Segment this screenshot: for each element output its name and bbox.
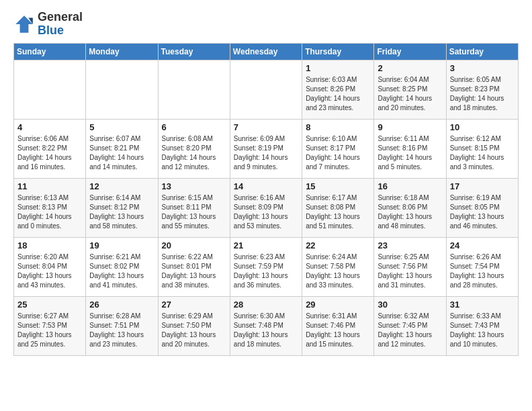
calendar-day-cell: 9Sunrise: 6:11 AMSunset: 8:16 PMDaylight… xyxy=(374,119,446,178)
day-number: 10 xyxy=(450,122,515,132)
calendar-week-row: 18Sunrise: 6:20 AMSunset: 8:04 PMDayligh… xyxy=(14,237,519,296)
calendar-body: 1Sunrise: 6:03 AMSunset: 8:26 PMDaylight… xyxy=(14,60,519,355)
day-info: Sunrise: 6:14 AMSunset: 8:12 PMDaylight:… xyxy=(89,193,154,231)
calendar-header-row: SundayMondayTuesdayWednesdayThursdayFrid… xyxy=(14,43,519,60)
calendar-day-cell: 13Sunrise: 6:15 AMSunset: 8:11 PMDayligh… xyxy=(158,178,230,237)
day-info: Sunrise: 6:17 AMSunset: 8:08 PMDaylight:… xyxy=(306,193,370,231)
calendar-day-cell xyxy=(158,60,230,119)
day-number: 30 xyxy=(378,300,442,310)
calendar-week-row: 4Sunrise: 6:06 AMSunset: 8:22 PMDaylight… xyxy=(14,119,519,178)
day-info: Sunrise: 6:25 AMSunset: 7:56 PMDaylight:… xyxy=(378,253,442,290)
calendar-day-cell: 7Sunrise: 6:09 AMSunset: 8:19 PMDaylight… xyxy=(230,119,302,178)
day-number: 23 xyxy=(378,240,442,250)
day-number: 28 xyxy=(234,300,298,310)
calendar-day-cell: 14Sunrise: 6:16 AMSunset: 8:09 PMDayligh… xyxy=(230,178,302,237)
weekday-header: Saturday xyxy=(446,43,518,60)
day-info: Sunrise: 6:16 AMSunset: 8:09 PMDaylight:… xyxy=(234,193,298,231)
calendar-day-cell xyxy=(230,60,302,119)
calendar-day-cell: 30Sunrise: 6:32 AMSunset: 7:45 PMDayligh… xyxy=(374,296,446,355)
calendar-day-cell: 23Sunrise: 6:25 AMSunset: 7:56 PMDayligh… xyxy=(374,237,446,296)
calendar-day-cell: 26Sunrise: 6:28 AMSunset: 7:51 PMDayligh… xyxy=(86,296,158,355)
calendar-table: SundayMondayTuesdayWednesdayThursdayFrid… xyxy=(13,43,519,356)
day-number: 5 xyxy=(89,122,154,132)
day-info: Sunrise: 6:28 AMSunset: 7:51 PMDaylight:… xyxy=(89,312,154,349)
day-number: 7 xyxy=(234,122,298,132)
calendar-day-cell: 29Sunrise: 6:31 AMSunset: 7:46 PMDayligh… xyxy=(302,296,374,355)
page-header: General Blue xyxy=(13,11,519,38)
calendar-day-cell: 17Sunrise: 6:19 AMSunset: 8:05 PMDayligh… xyxy=(446,178,518,237)
day-number: 25 xyxy=(17,300,82,310)
day-info: Sunrise: 6:29 AMSunset: 7:50 PMDaylight:… xyxy=(162,312,226,349)
day-info: Sunrise: 6:31 AMSunset: 7:46 PMDaylight:… xyxy=(306,312,370,349)
day-info: Sunrise: 6:27 AMSunset: 7:53 PMDaylight:… xyxy=(17,312,82,349)
calendar-day-cell: 16Sunrise: 6:18 AMSunset: 8:06 PMDayligh… xyxy=(374,178,446,237)
calendar-day-cell: 8Sunrise: 6:10 AMSunset: 8:17 PMDaylight… xyxy=(302,119,374,178)
calendar-day-cell: 25Sunrise: 6:27 AMSunset: 7:53 PMDayligh… xyxy=(14,296,86,355)
day-number: 2 xyxy=(378,63,442,73)
day-number: 1 xyxy=(306,63,370,73)
calendar-day-cell: 6Sunrise: 6:08 AMSunset: 8:20 PMDaylight… xyxy=(158,119,230,178)
day-number: 29 xyxy=(306,300,370,310)
weekday-header: Thursday xyxy=(302,43,374,60)
weekday-header: Wednesday xyxy=(230,43,302,60)
calendar-day-cell: 12Sunrise: 6:14 AMSunset: 8:12 PMDayligh… xyxy=(86,178,158,237)
day-number: 4 xyxy=(17,122,82,132)
calendar-day-cell: 28Sunrise: 6:30 AMSunset: 7:48 PMDayligh… xyxy=(230,296,302,355)
day-info: Sunrise: 6:12 AMSunset: 8:15 PMDaylight:… xyxy=(450,134,515,172)
day-info: Sunrise: 6:26 AMSunset: 7:54 PMDaylight:… xyxy=(450,253,515,290)
weekday-header: Monday xyxy=(86,43,158,60)
day-number: 9 xyxy=(378,122,442,132)
calendar-day-cell: 18Sunrise: 6:20 AMSunset: 8:04 PMDayligh… xyxy=(14,237,86,296)
day-number: 12 xyxy=(89,181,154,191)
calendar-day-cell: 20Sunrise: 6:22 AMSunset: 8:01 PMDayligh… xyxy=(158,237,230,296)
day-number: 11 xyxy=(17,181,82,191)
day-number: 14 xyxy=(234,181,298,191)
day-info: Sunrise: 6:10 AMSunset: 8:17 PMDaylight:… xyxy=(306,134,370,172)
calendar-week-row: 11Sunrise: 6:13 AMSunset: 8:13 PMDayligh… xyxy=(14,178,519,237)
calendar-day-cell: 11Sunrise: 6:13 AMSunset: 8:13 PMDayligh… xyxy=(14,178,86,237)
day-number: 8 xyxy=(306,122,370,132)
calendar-day-cell: 19Sunrise: 6:21 AMSunset: 8:02 PMDayligh… xyxy=(86,237,158,296)
day-info: Sunrise: 6:11 AMSunset: 8:16 PMDaylight:… xyxy=(378,134,442,172)
day-number: 27 xyxy=(162,300,226,310)
day-info: Sunrise: 6:24 AMSunset: 7:58 PMDaylight:… xyxy=(306,253,370,290)
calendar-day-cell: 1Sunrise: 6:03 AMSunset: 8:26 PMDaylight… xyxy=(302,60,374,119)
day-number: 6 xyxy=(162,122,226,132)
logo: General Blue xyxy=(13,11,83,38)
day-info: Sunrise: 6:05 AMSunset: 8:23 PMDaylight:… xyxy=(450,75,515,113)
calendar-week-row: 25Sunrise: 6:27 AMSunset: 7:53 PMDayligh… xyxy=(14,296,519,355)
day-number: 15 xyxy=(306,181,370,191)
day-info: Sunrise: 6:32 AMSunset: 7:45 PMDaylight:… xyxy=(378,312,442,349)
logo-icon xyxy=(13,13,35,35)
day-number: 20 xyxy=(162,240,226,250)
day-number: 19 xyxy=(89,240,154,250)
day-number: 17 xyxy=(450,181,515,191)
day-info: Sunrise: 6:19 AMSunset: 8:05 PMDaylight:… xyxy=(450,193,515,231)
calendar-day-cell: 3Sunrise: 6:05 AMSunset: 8:23 PMDaylight… xyxy=(446,60,518,119)
calendar-day-cell: 5Sunrise: 6:07 AMSunset: 8:21 PMDaylight… xyxy=(86,119,158,178)
day-number: 13 xyxy=(162,181,226,191)
logo-text: General Blue xyxy=(38,11,83,38)
calendar-day-cell xyxy=(86,60,158,119)
calendar-day-cell: 21Sunrise: 6:23 AMSunset: 7:59 PMDayligh… xyxy=(230,237,302,296)
calendar-day-cell: 22Sunrise: 6:24 AMSunset: 7:58 PMDayligh… xyxy=(302,237,374,296)
day-info: Sunrise: 6:09 AMSunset: 8:19 PMDaylight:… xyxy=(234,134,298,172)
day-info: Sunrise: 6:15 AMSunset: 8:11 PMDaylight:… xyxy=(162,193,226,231)
day-info: Sunrise: 6:21 AMSunset: 8:02 PMDaylight:… xyxy=(89,253,154,290)
calendar-day-cell xyxy=(14,60,86,119)
day-number: 31 xyxy=(450,300,515,310)
day-number: 18 xyxy=(17,240,82,250)
day-info: Sunrise: 6:08 AMSunset: 8:20 PMDaylight:… xyxy=(162,134,226,172)
day-number: 21 xyxy=(234,240,298,250)
day-info: Sunrise: 6:22 AMSunset: 8:01 PMDaylight:… xyxy=(162,253,226,290)
calendar-day-cell: 24Sunrise: 6:26 AMSunset: 7:54 PMDayligh… xyxy=(446,237,518,296)
calendar-day-cell: 31Sunrise: 6:33 AMSunset: 7:43 PMDayligh… xyxy=(446,296,518,355)
calendar-day-cell: 2Sunrise: 6:04 AMSunset: 8:25 PMDaylight… xyxy=(374,60,446,119)
calendar-day-cell: 10Sunrise: 6:12 AMSunset: 8:15 PMDayligh… xyxy=(446,119,518,178)
day-info: Sunrise: 6:30 AMSunset: 7:48 PMDaylight:… xyxy=(234,312,298,349)
day-info: Sunrise: 6:18 AMSunset: 8:06 PMDaylight:… xyxy=(378,193,442,231)
day-number: 3 xyxy=(450,63,515,73)
day-info: Sunrise: 6:04 AMSunset: 8:25 PMDaylight:… xyxy=(378,75,442,113)
day-info: Sunrise: 6:03 AMSunset: 8:26 PMDaylight:… xyxy=(306,75,370,113)
weekday-header: Friday xyxy=(374,43,446,60)
